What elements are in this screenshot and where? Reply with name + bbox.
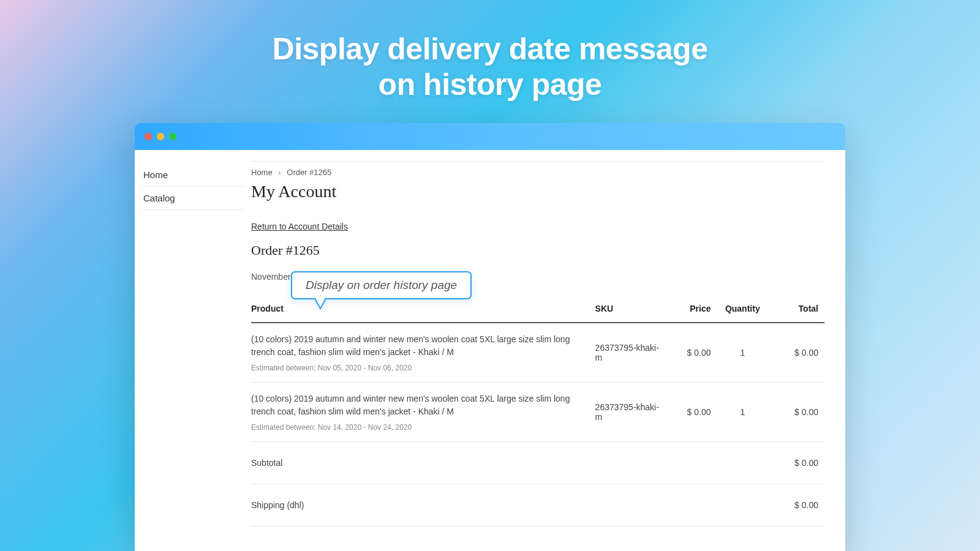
order-table: Product SKU Price Quantity Total (10 col… (251, 295, 824, 527)
close-icon[interactable] (145, 133, 152, 140)
promo-line-1: Display delivery date message (273, 32, 708, 66)
window-titlebar (135, 123, 845, 150)
col-total: Total (774, 295, 824, 323)
callout-text: Display on order history page (291, 271, 472, 299)
product-name[interactable]: (10 colors) 2019 autumn and winter new m… (251, 333, 589, 359)
total-value: $ 0.00 (774, 383, 824, 442)
sku-value: 26373795-khaki-m (595, 383, 667, 442)
breadcrumb-home[interactable]: Home (251, 168, 273, 177)
promo-title: Display delivery date message on history… (273, 32, 708, 102)
quantity-value: 1 (717, 383, 774, 442)
product-name[interactable]: (10 colors) 2019 autumn and winter new m… (251, 392, 589, 418)
page-title: My Account (251, 182, 824, 201)
table-row: (10 colors) 2019 autumn and winter new m… (251, 323, 824, 383)
callout-annotation: Display on order history page (291, 271, 472, 299)
maximize-icon[interactable] (169, 133, 176, 140)
callout-tail-icon (314, 299, 326, 310)
sidebar-item-home[interactable]: Home (142, 163, 244, 187)
delivery-estimate: Estimated between: Nov 05, 2020 - Nov 06… (251, 364, 589, 372)
browser-window: Home Catalog Home › Order #1265 My Accou… (135, 123, 845, 551)
col-quantity: Quantity (717, 295, 774, 323)
summary-value: $ 0.00 (774, 442, 824, 484)
total-value: $ 0.00 (774, 323, 824, 383)
return-link[interactable]: Return to Account Details (251, 222, 348, 231)
summary-value: $ 0.00 (774, 484, 824, 527)
main-panel: Home › Order #1265 My Account Return to … (251, 150, 845, 551)
page-content: Home Catalog Home › Order #1265 My Accou… (135, 150, 845, 551)
price-value: $ 0.00 (667, 383, 717, 442)
sidebar-item-catalog[interactable]: Catalog (142, 187, 244, 210)
breadcrumb: Home › Order #1265 (251, 168, 824, 177)
sku-value: 26373795-khaki-m (595, 323, 667, 383)
summary-row: Subtotal $ 0.00 (251, 442, 824, 484)
table-row: (10 colors) 2019 autumn and winter new m… (251, 383, 824, 442)
quantity-value: 1 (717, 323, 774, 383)
breadcrumb-current: Order #1265 (287, 168, 331, 177)
order-title: Order #1265 (251, 242, 824, 258)
col-price: Price (667, 295, 717, 323)
summary-label: Shipping (dhl) (251, 484, 774, 527)
promo-line-2: on history page (379, 67, 602, 102)
chevron-right-icon: › (278, 168, 281, 177)
price-value: $ 0.00 (667, 323, 717, 383)
summary-label: Subtotal (251, 442, 774, 484)
col-sku: SKU (595, 295, 667, 323)
delivery-estimate: Estimated between: Nov 14, 2020 - Nov 24… (251, 423, 589, 432)
sidebar: Home Catalog (135, 150, 251, 551)
summary-row: Shipping (dhl) $ 0.00 (251, 484, 824, 527)
minimize-icon[interactable] (157, 133, 164, 140)
